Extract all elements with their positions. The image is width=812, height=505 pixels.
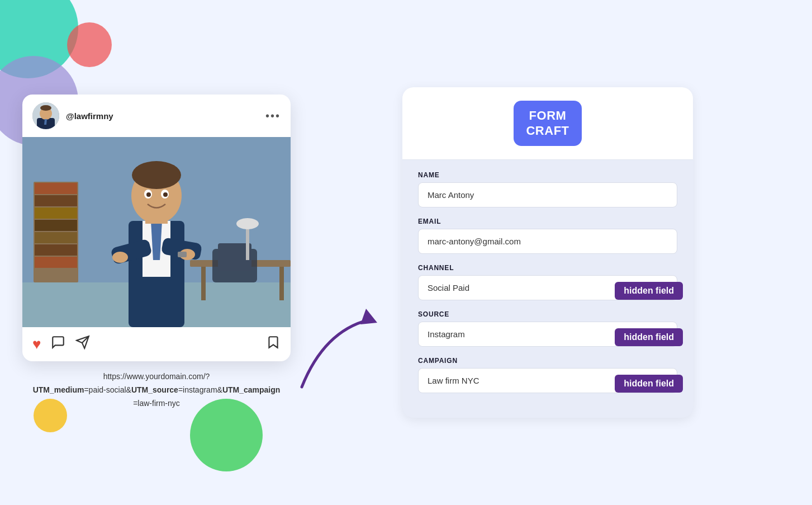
form-logo-area: FORM CRAFT	[402, 87, 693, 160]
email-field-group: EMAIL	[418, 218, 677, 254]
svg-point-21	[236, 218, 259, 229]
share-icon[interactable]	[75, 335, 90, 353]
svg-point-27	[112, 252, 128, 263]
curved-arrow	[279, 298, 402, 409]
ig-avatar	[32, 102, 59, 129]
utm-source-key: UTM_source	[131, 385, 178, 394]
campaign-field-group: CAMPAIGN hidden field	[418, 357, 677, 393]
ig-actions: ♥	[22, 327, 291, 361]
svg-rect-14	[35, 257, 77, 268]
utm-medium-key: UTM_medium	[33, 385, 84, 394]
comment-icon[interactable]	[51, 335, 65, 353]
svg-rect-10	[35, 207, 77, 219]
logo-line1: FORM	[529, 108, 567, 122]
svg-point-34	[146, 192, 151, 197]
svg-point-3	[40, 105, 51, 111]
instagram-card: @lawfirmny •••	[22, 95, 291, 361]
svg-rect-8	[35, 183, 77, 194]
formcraft-logo: FORM CRAFT	[514, 101, 581, 146]
channel-field-group: CHANNEL hidden field	[418, 264, 677, 300]
name-label: NAME	[418, 171, 677, 179]
ig-more-icon[interactable]: •••	[265, 110, 281, 122]
utm-domain: https://www.yourdomain.com/?	[103, 372, 210, 381]
logo-line2: CRAFT	[526, 124, 569, 138]
svg-rect-9	[35, 195, 77, 206]
name-input[interactable]	[418, 182, 677, 207]
email-label: EMAIL	[418, 218, 677, 225]
campaign-label: CAMPAIGN	[418, 357, 677, 365]
channel-hidden-badge: hidden field	[615, 282, 683, 300]
svg-rect-36	[178, 252, 187, 257]
svg-marker-39	[360, 309, 377, 324]
utm-medium-val: =paid-social&	[84, 385, 131, 394]
email-input[interactable]	[418, 229, 677, 254]
name-field-group: NAME	[418, 171, 677, 207]
svg-rect-12	[35, 232, 77, 243]
svg-point-31	[132, 161, 181, 189]
utm-url-text: https://www.yourdomain.com/? UTM_medium=…	[33, 370, 281, 410]
utm-source-val: =instagram&	[178, 385, 222, 394]
svg-point-35	[163, 192, 168, 197]
svg-rect-17	[279, 267, 284, 300]
svg-rect-20	[246, 226, 249, 260]
instagram-mockup: @lawfirmny •••	[22, 95, 291, 410]
ig-username: @lawfirmny	[66, 111, 259, 121]
bookmark-icon[interactable]	[266, 335, 281, 353]
utm-campaign-val: =law-firm-nyc	[133, 399, 180, 408]
source-field-group: SOURCE hidden field	[418, 310, 677, 347]
svg-rect-13	[35, 244, 77, 256]
campaign-hidden-badge: hidden field	[615, 375, 683, 393]
form-body: NAME EMAIL CHANNEL hidden field SOURCE	[402, 160, 693, 404]
source-hidden-badge: hidden field	[615, 328, 683, 346]
source-label: SOURCE	[418, 310, 677, 318]
formcraft-form: FORM CRAFT NAME EMAIL CHANNEL	[402, 87, 693, 418]
main-container: @lawfirmny •••	[22, 11, 790, 494]
ig-header: @lawfirmny •••	[22, 95, 291, 137]
channel-label: CHANNEL	[418, 264, 677, 272]
form-section: FORM CRAFT NAME EMAIL CHANNEL	[402, 87, 693, 418]
utm-campaign-key: UTM_campaign	[222, 385, 280, 394]
svg-rect-11	[35, 220, 77, 231]
heart-icon[interactable]: ♥	[32, 336, 41, 353]
svg-rect-16	[201, 267, 206, 300]
ig-photo	[22, 137, 291, 327]
